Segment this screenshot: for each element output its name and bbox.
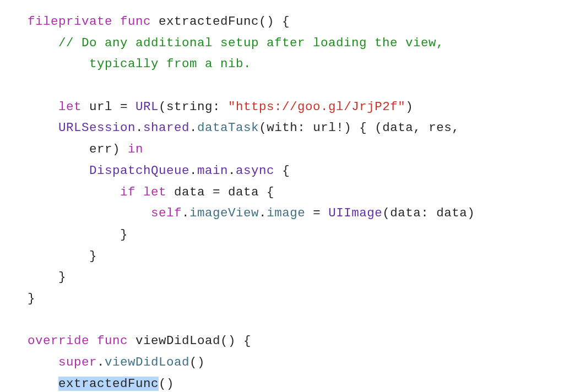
code-text: } bbox=[28, 227, 128, 242]
keyword-super: super bbox=[58, 355, 97, 369]
member: shared bbox=[143, 121, 189, 135]
member: main bbox=[197, 164, 228, 178]
indent bbox=[28, 100, 58, 114]
indent bbox=[28, 206, 151, 220]
code-text: data = data { bbox=[166, 185, 274, 199]
code-text: (string: bbox=[159, 100, 228, 114]
indent bbox=[28, 121, 58, 135]
space bbox=[135, 185, 143, 199]
keyword: if bbox=[120, 185, 135, 199]
keyword: let bbox=[143, 185, 166, 199]
keyword-self: self bbox=[151, 206, 182, 220]
member: async bbox=[236, 164, 274, 178]
dot: . bbox=[189, 121, 197, 135]
indent bbox=[28, 164, 89, 178]
code-text: } bbox=[28, 270, 66, 284]
type: URL bbox=[135, 100, 159, 114]
dot: . bbox=[135, 121, 143, 135]
keyword: in bbox=[128, 142, 143, 156]
highlighted-selection: extractedFunc bbox=[58, 377, 159, 391]
type: URLSession bbox=[58, 121, 135, 135]
dot: . bbox=[182, 206, 189, 220]
dot: . bbox=[228, 164, 236, 178]
comment: // Do any additional setup after loading… bbox=[28, 36, 444, 50]
code-text: = bbox=[305, 206, 328, 220]
indent bbox=[28, 355, 58, 369]
method: dataTask bbox=[197, 121, 259, 135]
member: imageView bbox=[189, 206, 259, 220]
code-text: () bbox=[189, 355, 205, 369]
method: viewDidLoad bbox=[105, 355, 189, 369]
keyword: override bbox=[28, 334, 89, 348]
indent bbox=[28, 185, 120, 199]
comment: typically from a nib. bbox=[28, 57, 251, 71]
code-text: extractedFunc() { bbox=[151, 14, 290, 29]
code-text: { bbox=[274, 164, 290, 178]
dot: . bbox=[189, 164, 197, 178]
type: UIImage bbox=[328, 206, 382, 220]
member: image bbox=[267, 206, 305, 220]
code-text: } bbox=[28, 291, 35, 306]
keyword: let bbox=[58, 100, 82, 114]
type: DispatchQueue bbox=[89, 164, 189, 178]
indent bbox=[28, 377, 58, 391]
string-literal: "https://goo.gl/JrjP2f" bbox=[228, 100, 405, 114]
code-text: } bbox=[28, 249, 97, 263]
code-text: err) bbox=[28, 142, 128, 156]
code-text: () bbox=[159, 377, 174, 391]
keyword: fileprivate bbox=[28, 14, 112, 29]
dot: . bbox=[259, 206, 267, 220]
code-block: fileprivate func extractedFunc() { // Do… bbox=[28, 11, 536, 392]
code-text: ) bbox=[405, 100, 413, 114]
keyword: func bbox=[120, 14, 151, 29]
dot: . bbox=[97, 355, 105, 369]
keyword: func bbox=[97, 334, 128, 348]
code-text: url = bbox=[82, 100, 135, 114]
code-text: (data: data) bbox=[382, 206, 475, 220]
code-text: (with: url!) { (data, res, bbox=[259, 121, 459, 135]
code-text: viewDidLoad() { bbox=[128, 334, 251, 348]
space bbox=[89, 334, 97, 348]
